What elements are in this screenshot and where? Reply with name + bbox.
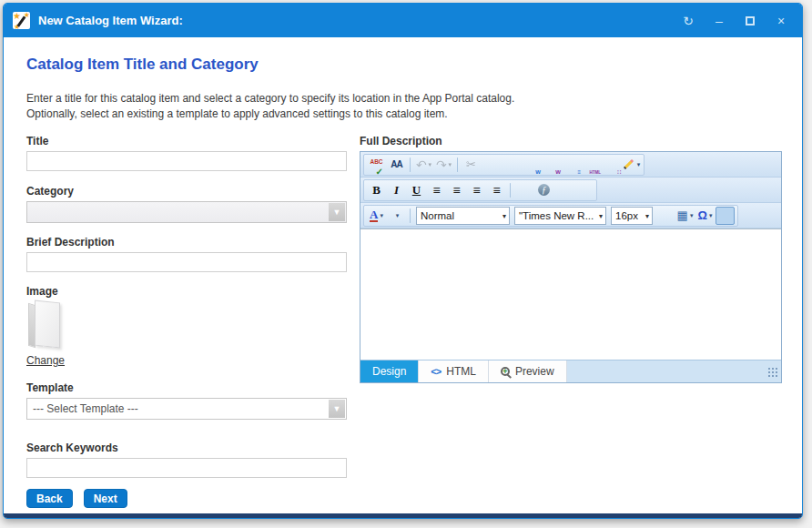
wizard-icon: ★ ★ ★ bbox=[13, 12, 30, 29]
mag-icon: + bbox=[501, 367, 510, 376]
format-painter-icon[interactable]: ▾ bbox=[622, 156, 641, 174]
color-palette-icon[interactable] bbox=[655, 207, 675, 225]
find-icon[interactable]: AA bbox=[387, 156, 406, 174]
redo-icon[interactable]: ↷▾ bbox=[434, 156, 453, 174]
special-character-icon[interactable]: Ω▾ bbox=[695, 207, 715, 225]
template-dropdown[interactable]: --- Select Template --- ▼ bbox=[26, 398, 347, 420]
software-box-icon bbox=[26, 301, 63, 349]
editor-toolbar-row-1: ABC✓ AA ↶▾ ↷▾ ✂ bbox=[360, 152, 781, 178]
title-input[interactable] bbox=[26, 151, 347, 171]
fill-color-icon[interactable]: ▾ bbox=[387, 207, 406, 225]
paste-as-html-icon[interactable]: HTML bbox=[582, 156, 601, 174]
next-button[interactable]: Next bbox=[84, 489, 127, 508]
catalog-item-form: Title Category ▼ Brief Description Image… bbox=[26, 135, 347, 478]
wizard-content: Catalog Item Title and Category Enter a … bbox=[4, 37, 802, 513]
media-manager-icon[interactable] bbox=[716, 207, 735, 225]
brief-description-input[interactable] bbox=[26, 252, 347, 272]
minimize-button[interactable]: – bbox=[707, 10, 731, 32]
code-icon: <> bbox=[431, 366, 441, 377]
window-controls: ↻ – × bbox=[676, 10, 793, 32]
paste-special-icon[interactable]: ∷ bbox=[602, 156, 621, 174]
font-name-select[interactable]: "Times New R... bbox=[514, 207, 606, 225]
cut-icon[interactable]: ✂ bbox=[462, 156, 481, 174]
category-label: Category bbox=[26, 185, 347, 198]
font-color-icon[interactable]: A▾ bbox=[367, 207, 386, 225]
paragraph-style-select[interactable]: Normal bbox=[416, 207, 510, 225]
close-button[interactable]: × bbox=[769, 10, 793, 32]
underline-icon[interactable]: U bbox=[407, 181, 426, 199]
change-image-link[interactable]: Change bbox=[26, 354, 65, 367]
page-title: Catalog Item Title and Category bbox=[26, 56, 259, 74]
editor-toolbar-row-2: B I U ≡ ≡ ≡ ≡ bbox=[360, 178, 781, 203]
page-description: Enter a title for this catalog item and … bbox=[26, 91, 514, 122]
spellcheck-icon[interactable]: ABC✓ bbox=[367, 156, 386, 174]
resize-grip[interactable] bbox=[767, 367, 777, 377]
template-value: --- Select Template --- bbox=[33, 402, 138, 415]
tab-design[interactable]: Design bbox=[360, 360, 419, 382]
search-keywords-label: Search Keywords bbox=[26, 442, 347, 454]
category-dropdown-arrow-icon[interactable]: ▼ bbox=[329, 203, 345, 221]
description-line-1: Enter a title for this catalog item and … bbox=[26, 91, 514, 107]
window-title: New Catalog Item Wizard: bbox=[38, 14, 676, 27]
flash-icon[interactable]: ƒ bbox=[534, 181, 553, 199]
copy-icon[interactable] bbox=[482, 156, 501, 174]
bold-icon[interactable]: B bbox=[367, 181, 386, 199]
align-center-icon[interactable]: ≡ bbox=[427, 181, 446, 199]
paste-icon[interactable] bbox=[502, 156, 521, 174]
hyperlink-icon[interactable] bbox=[574, 181, 594, 199]
editor-content-area[interactable] bbox=[360, 228, 781, 360]
align-right-icon[interactable]: ≡ bbox=[487, 181, 506, 199]
brief-description-label: Brief Description bbox=[26, 236, 347, 249]
paste-plain-text-icon[interactable]: ≡ bbox=[562, 156, 581, 174]
paste-from-word-icon[interactable]: W bbox=[522, 156, 541, 174]
description-line-2: Optionally, select an existing a templat… bbox=[26, 107, 514, 122]
maximize-button[interactable] bbox=[738, 10, 762, 32]
template-dropdown-arrow-icon[interactable]: ▼ bbox=[329, 400, 345, 418]
font-size-select[interactable]: 16px bbox=[611, 207, 653, 225]
tab-preview[interactable]: +Preview bbox=[489, 360, 567, 382]
refresh-icon[interactable]: ↻ bbox=[676, 10, 700, 32]
search-keywords-input[interactable] bbox=[26, 458, 347, 478]
window-bottom-bar bbox=[4, 513, 802, 519]
rich-text-editor: ABC✓ AA ↶▾ ↷▾ ✂ bbox=[360, 151, 782, 383]
catalog-item-image: Change bbox=[26, 301, 68, 368]
tab-html[interactable]: <>HTML bbox=[419, 360, 489, 382]
title-bar[interactable]: ★ ★ ★ New Catalog Item Wizard: ↻ – × bbox=[4, 4, 802, 37]
full-description-label: Full Description bbox=[360, 135, 782, 147]
insert-image-icon[interactable] bbox=[514, 181, 533, 199]
title-label: Title bbox=[26, 135, 347, 147]
align-left-icon[interactable]: ≡ bbox=[467, 181, 486, 199]
insert-table-icon[interactable]: ▦▾ bbox=[675, 207, 695, 225]
image-label: Image bbox=[26, 285, 347, 298]
editor-toolbar-row-3: A▾ ▾ Normal "Times New R... 16px bbox=[360, 203, 781, 228]
paste-from-word-strip-font-icon[interactable]: W bbox=[542, 156, 561, 174]
italic-icon[interactable]: I bbox=[387, 181, 406, 199]
undo-icon[interactable]: ↶▾ bbox=[414, 156, 433, 174]
align-justify-icon[interactable]: ≡ bbox=[447, 181, 466, 199]
wizard-window: ★ ★ ★ New Catalog Item Wizard: ↻ – × Cat… bbox=[3, 3, 803, 519]
full-description-section: Full Description ABC✓ AA ↶▾ ↷▾ bbox=[360, 135, 782, 383]
editor-mode-tabs: Design <>HTML +Preview bbox=[360, 360, 781, 382]
wizard-navigation: Back Next bbox=[26, 489, 127, 508]
category-dropdown[interactable]: ▼ bbox=[26, 201, 347, 223]
template-label: Template bbox=[26, 381, 347, 394]
back-button[interactable]: Back bbox=[26, 489, 73, 508]
image-manager-icon[interactable] bbox=[554, 181, 573, 199]
